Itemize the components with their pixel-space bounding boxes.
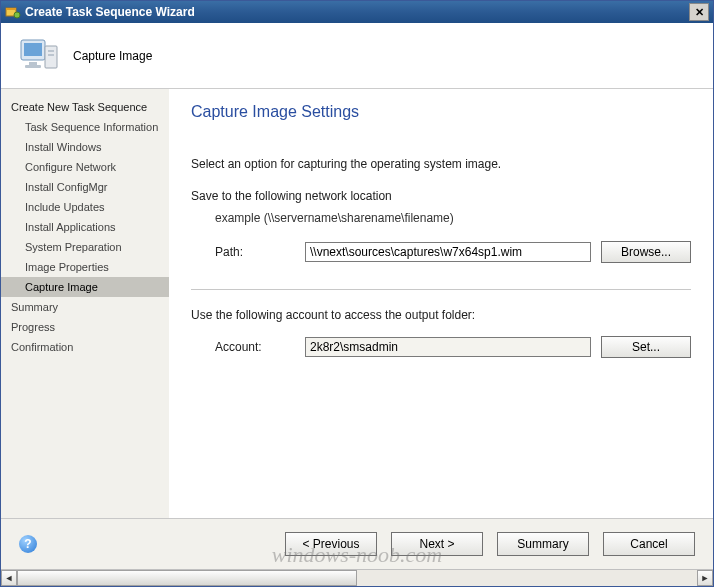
separator xyxy=(191,289,691,290)
previous-button[interactable]: < Previous xyxy=(285,532,377,556)
sidebar-item-progress[interactable]: Progress xyxy=(1,317,169,337)
horizontal-scrollbar[interactable]: ◄ ► xyxy=(1,569,713,586)
sidebar-item-install-configmgr[interactable]: Install ConfigMgr xyxy=(1,177,169,197)
svg-rect-9 xyxy=(48,54,54,56)
account-input[interactable] xyxy=(305,337,591,357)
sidebar-item-system-preparation[interactable]: System Preparation xyxy=(1,237,169,257)
svg-point-2 xyxy=(14,12,20,18)
browse-button[interactable]: Browse... xyxy=(601,241,691,263)
window-title: Create Task Sequence Wizard xyxy=(25,5,689,19)
svg-rect-7 xyxy=(45,46,57,68)
header-title: Capture Image xyxy=(73,49,152,63)
next-button[interactable]: Next > xyxy=(391,532,483,556)
footer: ? < Previous Next > Summary Cancel xyxy=(1,518,713,569)
set-button[interactable]: Set... xyxy=(601,336,691,358)
scroll-left-arrow[interactable]: ◄ xyxy=(1,570,17,586)
sidebar-item-configure-network[interactable]: Configure Network xyxy=(1,157,169,177)
account-label: Account: xyxy=(215,340,305,354)
cancel-button[interactable]: Cancel xyxy=(603,532,695,556)
scroll-track[interactable] xyxy=(17,570,697,586)
svg-rect-5 xyxy=(29,62,37,65)
sidebar-item-summary[interactable]: Summary xyxy=(1,297,169,317)
page-title: Capture Image Settings xyxy=(191,103,691,121)
sidebar-heading: Create New Task Sequence xyxy=(1,97,169,117)
sidebar-item-install-applications[interactable]: Install Applications xyxy=(1,217,169,237)
sidebar-item-capture-image[interactable]: Capture Image xyxy=(1,277,169,297)
sidebar-item-include-updates[interactable]: Include Updates xyxy=(1,197,169,217)
help-icon[interactable]: ? xyxy=(19,535,37,553)
main-panel: Capture Image Settings Select an option … xyxy=(169,89,713,518)
sidebar-item-image-properties[interactable]: Image Properties xyxy=(1,257,169,277)
svg-rect-1 xyxy=(6,8,16,10)
svg-rect-6 xyxy=(25,65,41,68)
wizard-window: Create Task Sequence Wizard ✕ Capture Im… xyxy=(0,0,714,587)
titlebar: Create Task Sequence Wizard ✕ xyxy=(1,1,713,23)
close-button[interactable]: ✕ xyxy=(689,3,709,21)
path-label: Path: xyxy=(215,245,305,259)
summary-button[interactable]: Summary xyxy=(497,532,589,556)
app-icon xyxy=(5,4,21,20)
computer-icon xyxy=(15,32,63,80)
save-location-label: Save to the following network location xyxy=(191,189,691,203)
intro-text: Select an option for capturing the opera… xyxy=(191,157,691,171)
sidebar-item-install-windows[interactable]: Install Windows xyxy=(1,137,169,157)
scroll-thumb[interactable] xyxy=(17,570,357,586)
svg-rect-4 xyxy=(24,43,42,56)
path-input[interactable] xyxy=(305,242,591,262)
svg-rect-8 xyxy=(48,50,54,52)
sidebar-item-confirmation[interactable]: Confirmation xyxy=(1,337,169,357)
account-section-label: Use the following account to access the … xyxy=(191,308,691,322)
sidebar-item-task-sequence-information[interactable]: Task Sequence Information xyxy=(1,117,169,137)
sidebar: Create New Task Sequence Task Sequence I… xyxy=(1,89,169,518)
example-text: example (\\servername\sharename\filename… xyxy=(215,211,691,225)
scroll-right-arrow[interactable]: ► xyxy=(697,570,713,586)
header-band: Capture Image xyxy=(1,23,713,89)
body: Create New Task Sequence Task Sequence I… xyxy=(1,89,713,518)
